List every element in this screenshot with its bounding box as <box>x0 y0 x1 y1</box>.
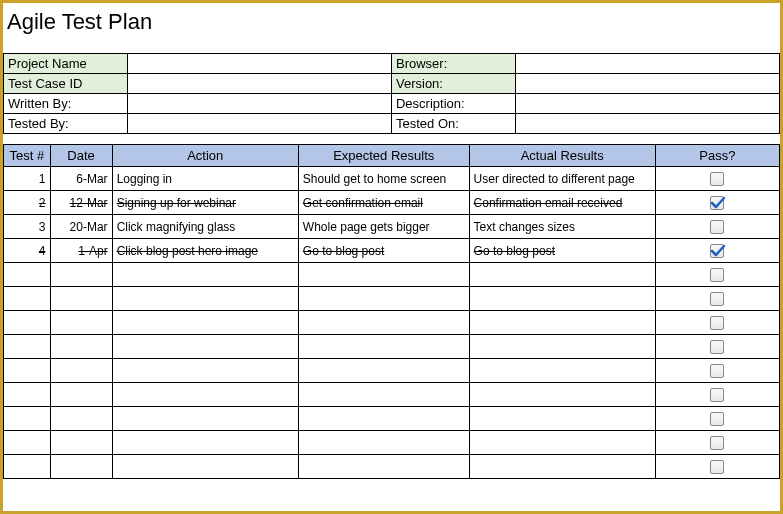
cell-actual[interactable]: Go to blog post <box>469 239 655 263</box>
cell-date[interactable] <box>50 383 112 407</box>
cell-date[interactable] <box>50 335 112 359</box>
cell-expected[interactable] <box>298 287 469 311</box>
cell-actual[interactable] <box>469 311 655 335</box>
cell-date[interactable] <box>50 431 112 455</box>
cell-pass[interactable] <box>655 335 779 359</box>
meta-label-left[interactable]: Test Case ID <box>4 74 128 94</box>
cell-date[interactable]: 12-Mar <box>50 191 112 215</box>
cell-pass[interactable] <box>655 383 779 407</box>
cell-test[interactable] <box>4 311 51 335</box>
pass-checkbox[interactable] <box>710 388 724 402</box>
cell-pass[interactable] <box>655 263 779 287</box>
cell-pass[interactable] <box>655 239 779 263</box>
meta-value-left[interactable] <box>128 114 392 134</box>
cell-test[interactable] <box>4 431 51 455</box>
cell-pass[interactable] <box>655 167 779 191</box>
cell-pass[interactable] <box>655 191 779 215</box>
cell-pass[interactable] <box>655 215 779 239</box>
meta-value-right[interactable] <box>516 54 780 74</box>
pass-checkbox[interactable] <box>710 436 724 450</box>
meta-label-right[interactable]: Version: <box>391 74 515 94</box>
cell-action[interactable]: Click blog post hero image <box>112 239 298 263</box>
cell-expected[interactable]: Go to blog post <box>298 239 469 263</box>
cell-pass[interactable] <box>655 359 779 383</box>
cell-expected[interactable] <box>298 455 469 479</box>
cell-actual[interactable]: Text changes sizes <box>469 215 655 239</box>
pass-checkbox[interactable] <box>710 172 724 186</box>
cell-pass[interactable] <box>655 311 779 335</box>
cell-date[interactable] <box>50 455 112 479</box>
meta-value-right[interactable] <box>516 114 780 134</box>
cell-test[interactable] <box>4 407 51 431</box>
cell-expected[interactable]: Get confirmation email <box>298 191 469 215</box>
cell-date[interactable] <box>50 311 112 335</box>
cell-actual[interactable] <box>469 383 655 407</box>
meta-value-left[interactable] <box>128 54 392 74</box>
cell-actual[interactable] <box>469 287 655 311</box>
cell-test[interactable]: 3 <box>4 215 51 239</box>
pass-checkbox[interactable] <box>710 220 724 234</box>
cell-expected[interactable]: Whole page gets bigger <box>298 215 469 239</box>
cell-date[interactable] <box>50 263 112 287</box>
cell-date[interactable]: 1-Apr <box>50 239 112 263</box>
pass-checkbox[interactable] <box>710 244 724 258</box>
cell-pass[interactable] <box>655 455 779 479</box>
cell-action[interactable]: Logging in <box>112 167 298 191</box>
cell-actual[interactable] <box>469 359 655 383</box>
cell-actual[interactable]: User directed to different page <box>469 167 655 191</box>
cell-actual[interactable] <box>469 407 655 431</box>
pass-checkbox[interactable] <box>710 412 724 426</box>
cell-test[interactable] <box>4 455 51 479</box>
cell-test[interactable]: 4 <box>4 239 51 263</box>
cell-test[interactable]: 2 <box>4 191 51 215</box>
cell-pass[interactable] <box>655 407 779 431</box>
cell-pass[interactable] <box>655 431 779 455</box>
cell-actual[interactable]: Confirmation email received <box>469 191 655 215</box>
cell-date[interactable] <box>50 359 112 383</box>
cell-action[interactable] <box>112 407 298 431</box>
cell-date[interactable] <box>50 287 112 311</box>
cell-test[interactable]: 1 <box>4 167 51 191</box>
pass-checkbox[interactable] <box>710 340 724 354</box>
pass-checkbox[interactable] <box>710 316 724 330</box>
meta-value-right[interactable] <box>516 94 780 114</box>
cell-test[interactable] <box>4 287 51 311</box>
pass-checkbox[interactable] <box>710 292 724 306</box>
cell-action[interactable]: Click magnifying glass <box>112 215 298 239</box>
cell-test[interactable] <box>4 359 51 383</box>
cell-date[interactable]: 20-Mar <box>50 215 112 239</box>
cell-actual[interactable] <box>469 455 655 479</box>
meta-label-left[interactable]: Written By: <box>4 94 128 114</box>
cell-action[interactable] <box>112 383 298 407</box>
cell-expected[interactable] <box>298 263 469 287</box>
cell-expected[interactable]: Should get to home screen <box>298 167 469 191</box>
cell-action[interactable] <box>112 263 298 287</box>
pass-checkbox[interactable] <box>710 196 724 210</box>
cell-action[interactable] <box>112 287 298 311</box>
pass-checkbox[interactable] <box>710 268 724 282</box>
cell-expected[interactable] <box>298 359 469 383</box>
cell-expected[interactable] <box>298 311 469 335</box>
cell-actual[interactable] <box>469 263 655 287</box>
meta-value-right[interactable] <box>516 74 780 94</box>
cell-test[interactable] <box>4 335 51 359</box>
meta-value-left[interactable] <box>128 94 392 114</box>
cell-action[interactable] <box>112 311 298 335</box>
meta-label-left[interactable]: Project Name <box>4 54 128 74</box>
cell-test[interactable] <box>4 263 51 287</box>
pass-checkbox[interactable] <box>710 460 724 474</box>
cell-pass[interactable] <box>655 287 779 311</box>
cell-action[interactable] <box>112 455 298 479</box>
meta-label-right[interactable]: Tested On: <box>391 114 515 134</box>
cell-expected[interactable] <box>298 383 469 407</box>
cell-expected[interactable] <box>298 431 469 455</box>
cell-actual[interactable] <box>469 431 655 455</box>
pass-checkbox[interactable] <box>710 364 724 378</box>
cell-date[interactable] <box>50 407 112 431</box>
cell-actual[interactable] <box>469 335 655 359</box>
cell-test[interactable] <box>4 383 51 407</box>
cell-action[interactable] <box>112 335 298 359</box>
meta-label-right[interactable]: Browser: <box>391 54 515 74</box>
cell-action[interactable] <box>112 431 298 455</box>
cell-date[interactable]: 6-Mar <box>50 167 112 191</box>
